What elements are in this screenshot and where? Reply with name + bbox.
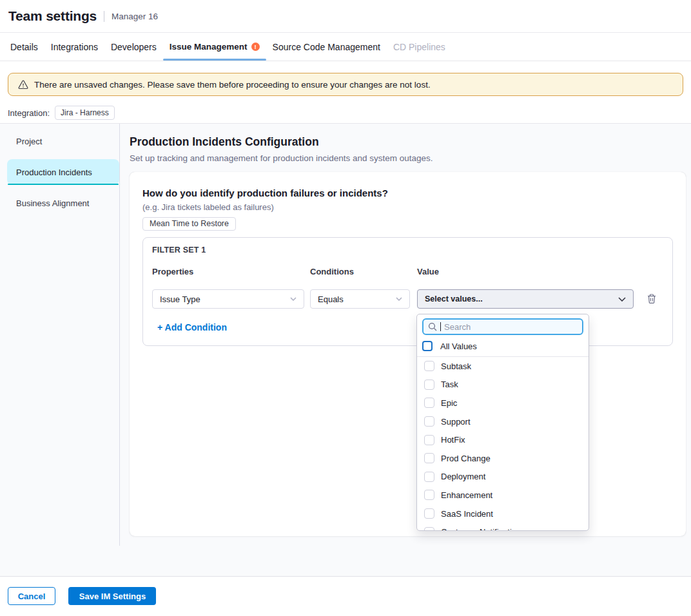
checkbox[interactable] — [424, 435, 434, 445]
sidebar-item-project[interactable]: Project — [7, 128, 119, 154]
tab-details[interactable]: Details — [4, 33, 44, 61]
dropdown-search-input[interactable]: Search — [422, 318, 583, 335]
column-header-properties: Properties — [152, 267, 304, 276]
option-prod-change[interactable]: Prod Change — [417, 449, 589, 468]
sidebar-item-production-incidents[interactable]: Production Incidents — [7, 159, 119, 185]
unsaved-changes-banner: There are unsaved changes. Please save t… — [8, 73, 683, 96]
config-card: How do you identify production failures … — [130, 172, 686, 536]
property-select[interactable]: Issue Type — [152, 289, 304, 309]
question-hint: (e.g. Jira tickets labeled as failures) — [142, 202, 673, 212]
section-subtitle: Set up tracking and management for produ… — [130, 153, 686, 163]
save-im-settings-button[interactable]: Save IM Settings — [68, 587, 156, 605]
text-caret — [440, 322, 441, 331]
tab-source-code-management[interactable]: Source Code Management — [266, 33, 387, 61]
search-placeholder: Search — [444, 322, 471, 332]
page-header: Team settings Manager 16 — [0, 0, 691, 33]
footer-actions: Cancel Save IM Settings — [0, 577, 691, 615]
delete-filter-icon[interactable] — [647, 294, 656, 304]
chevron-down-icon — [618, 297, 626, 302]
tab-bar: Details Integrations Developers Issue Ma… — [0, 33, 691, 61]
option-epic[interactable]: Epic — [417, 394, 589, 412]
option-task[interactable]: Task — [417, 376, 589, 394]
checkbox[interactable] — [424, 398, 434, 408]
tab-cd-pipelines: CD Pipelines — [387, 33, 452, 61]
condition-select[interactable]: Equals — [310, 289, 410, 309]
option-enhancement[interactable]: Enhancement — [417, 486, 589, 505]
tab-issue-management[interactable]: Issue Management ! — [163, 33, 266, 61]
tab-developers[interactable]: Developers — [104, 33, 163, 61]
column-header-value: Value — [417, 267, 634, 276]
checkbox[interactable] — [424, 453, 434, 463]
team-name: Manager 16 — [112, 12, 158, 21]
integration-label: Integration: — [8, 108, 50, 118]
section-title: Production Incidents Configuration — [130, 135, 686, 149]
tab-integrations[interactable]: Integrations — [44, 33, 104, 61]
banner-text: There are unsaved changes. Please save t… — [34, 80, 431, 90]
cancel-button[interactable]: Cancel — [8, 587, 55, 605]
chevron-down-icon — [396, 297, 402, 301]
pre-footer-strip — [0, 546, 691, 577]
main-panel: Production Incidents Configuration Set u… — [120, 124, 691, 546]
add-condition-button[interactable]: + Add Condition — [157, 322, 227, 332]
settings-sidebar: Project Production Incidents Business Al… — [0, 124, 120, 546]
integration-chip[interactable]: Jira - Harness — [55, 106, 115, 120]
question-heading: How do you identify production failures … — [142, 188, 673, 198]
checkbox[interactable] — [424, 508, 434, 519]
checkbox[interactable] — [424, 361, 434, 371]
checkbox[interactable] — [424, 416, 434, 427]
checkbox[interactable] — [424, 490, 434, 500]
search-icon — [428, 322, 437, 331]
checkbox[interactable] — [424, 472, 434, 482]
page-title: Team settings — [8, 8, 97, 24]
checkbox[interactable] — [424, 527, 434, 531]
option-support[interactable]: Support — [417, 412, 589, 431]
value-dropdown-panel: Search All Values Subtask Task Epic Supp… — [416, 314, 589, 531]
filter-set-box: FILTER SET 1 Properties Conditions Value… — [142, 237, 673, 346]
warning-badge-icon: ! — [251, 43, 260, 51]
option-hotfix[interactable]: HotFix — [417, 430, 589, 449]
integration-row: Integration: Jira - Harness — [8, 106, 683, 120]
metric-chip[interactable]: Mean Time to Restore — [142, 217, 236, 231]
option-all-values[interactable]: All Values — [417, 336, 589, 356]
title-separator — [104, 11, 104, 22]
option-saas-incident[interactable]: SaaS Incident — [417, 505, 589, 523]
filter-set-title: FILTER SET 1 — [152, 245, 663, 255]
checkbox[interactable] — [424, 380, 434, 390]
option-deployment[interactable]: Deployment — [417, 468, 589, 486]
column-header-conditions: Conditions — [310, 267, 410, 276]
option-subtask[interactable]: Subtask — [417, 357, 589, 376]
checkbox-all-values[interactable] — [422, 341, 433, 351]
sidebar-item-business-alignment[interactable]: Business Alignment — [7, 190, 119, 216]
chevron-down-icon — [290, 297, 297, 301]
value-select[interactable]: Select values... — [417, 289, 634, 309]
warning-triangle-icon — [18, 80, 28, 90]
option-customer-notification[interactable]: Customer Notification — [417, 523, 589, 531]
